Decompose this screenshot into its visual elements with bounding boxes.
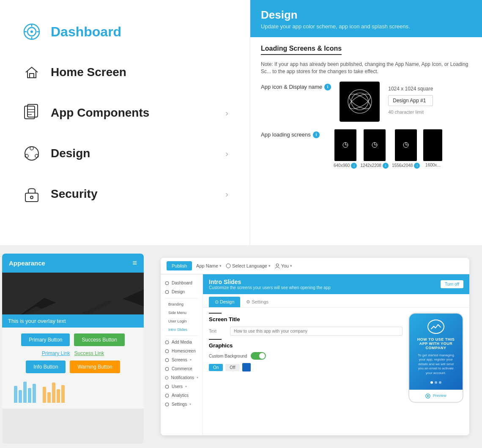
info-button[interactable]: Info Button [26,361,66,373]
section-title: Loading Screens & Icons [261,45,342,55]
icon-size-text: 1024 x 1024 square [388,86,433,92]
phone-title: HOW TO USE THIS APP WITH YOUR COMPANY [415,337,457,350]
screen-thumb-2: 1242x2208 i [360,129,389,169]
svg-point-42 [427,395,429,397]
app-icon-preview[interactable] [340,82,380,122]
left-nav-panel: Dashboard Home Screen App Components › [0,0,249,245]
svg-point-33 [165,341,169,344]
mock-sidebar-branding[interactable]: Branding [161,300,203,309]
bar-1 [14,386,17,403]
form-divider-1 [209,313,222,314]
mock-publish-button[interactable]: Publish [167,261,192,270]
mock-sidebar-dashboard[interactable]: Dashboard [161,279,203,287]
security-icon [21,183,42,205]
tab-settings[interactable]: ⚙ Settings [240,297,274,307]
tab-design[interactable]: ⊙ Design [209,297,240,307]
nav-item-security[interactable]: Security › [21,175,228,213]
dashboard-mockup-container: Publish App Name ▾ Select Language ▾ You… [152,249,478,444]
buttons-section: Primary Button Success Button Primary Li… [2,328,144,409]
design-icon [21,143,42,164]
nav-label-design: Design [51,147,225,160]
svg-rect-17 [25,193,38,202]
design-title: Design [261,8,471,22]
bg-color-swatch[interactable] [242,363,251,372]
mock-sidebar-commerce[interactable]: Commerce [161,364,203,373]
primary-button[interactable]: Primary Button [21,333,70,346]
nav-item-app-components[interactable]: App Components › [21,94,228,132]
loading-info-badge: i [313,131,320,138]
appearance-mockup: Appearance ≡ This is your overlay text P… [2,254,144,444]
char-limit: 40 character limit [388,109,433,115]
home-icon [21,62,42,83]
mock-sidebar-analytics[interactable]: Analytics [161,391,203,400]
mock-sidebar-notifications[interactable]: Notifications ▾ [161,373,203,382]
app-components-icon [21,102,42,123]
svg-point-35 [165,358,169,362]
mock-sidebar-intro-slides[interactable]: Intro Slides [161,325,203,334]
mock-sidebar-side-menu[interactable]: Side Menu [161,309,203,317]
svg-point-13 [25,147,38,160]
primary-link[interactable]: Primary Link [42,350,70,356]
bar-3 [23,382,27,403]
appearance-hero: This is your overlay text [2,273,144,328]
mock-sidebar-user-login[interactable]: User Login [161,317,203,325]
bg-btn-off[interactable]: Off [225,364,239,371]
mock-app-name: App Name ▾ [196,263,222,268]
bar-o-5 [61,385,65,403]
appearance-header: Appearance ≡ [2,254,144,273]
design-arrow: › [225,149,228,158]
btn-row-3: Info Button Warning Button [8,361,138,373]
screen-title-label: Screen Title [209,316,403,322]
warning-button[interactable]: Warning Button [70,361,120,373]
svg-point-38 [165,385,169,388]
mock-sidebar-design[interactable]: Design [161,287,203,296]
preview-label: Preview [433,393,446,398]
phone-icon-circle [427,320,444,334]
mock-sidebar-screens[interactable]: Screens ▾ [161,355,203,364]
app-components-arrow: › [225,108,228,118]
screen-dim-4: 1600x... [425,163,441,167]
intro-tabs: ⊙ Design ⚙ Settings [203,297,469,308]
screen-badge-1: i [351,163,357,169]
mock-you: You ▾ [275,263,293,268]
nav-item-home-screen[interactable]: Home Screen [21,53,228,92]
screen-thumb-3: 1556x2048 i [392,129,420,169]
screen-thumb-4: 1600x... [423,129,442,167]
svg-point-2 [30,30,33,33]
success-link[interactable]: Success Link [74,350,104,356]
svg-rect-7 [30,74,34,78]
svg-point-29 [226,264,230,268]
mock-sidebar-homescreen[interactable]: Homescreen [161,347,203,355]
mock-sidebar-settings[interactable]: Settings ▾ [161,400,203,409]
custom-bg-row: Custom Background [209,352,403,360]
turn-off-button[interactable]: Turn off [441,280,463,288]
bar-o-2 [47,392,51,403]
graphics-divider [209,339,222,340]
intro-form: Screen Title Text Graphics Custom Backgr… [209,313,403,403]
svg-point-18 [30,196,33,199]
nav-item-design[interactable]: Design › [21,134,228,173]
appearance-title: Appearance [9,260,45,267]
screen-badge-3: i [414,163,420,169]
phone-dots [430,381,441,384]
svg-point-32 [165,290,169,294]
mock-sidebar-users[interactable]: Users ▾ [161,382,203,391]
phone-mockup: HOW TO USE THIS APP WITH YOUR COMPANY To… [408,313,463,403]
nav-label-app-components: App Components [51,106,225,120]
graphics-title: Graphics [209,342,403,349]
mock-main-content: Intro Slides Customize the screens your … [203,274,469,435]
nav-label-security: Security [51,187,225,201]
bg-btn-on[interactable]: On [209,364,223,371]
svg-point-31 [165,281,169,285]
mock-sidebar-add-media[interactable]: Add Media [161,338,203,347]
text-label: Text [209,329,226,333]
svg-point-37 [165,376,168,379]
success-button[interactable]: Success Button [74,333,124,346]
app-name-input[interactable]: Design App #1 [388,95,433,106]
text-input[interactable] [230,327,403,336]
bar-o-4 [57,389,60,403]
bar-o-3 [52,382,55,403]
nav-item-dashboard[interactable]: Dashboard [21,13,228,51]
custom-bg-toggle[interactable] [251,352,266,360]
bar-group-orange [43,382,65,403]
